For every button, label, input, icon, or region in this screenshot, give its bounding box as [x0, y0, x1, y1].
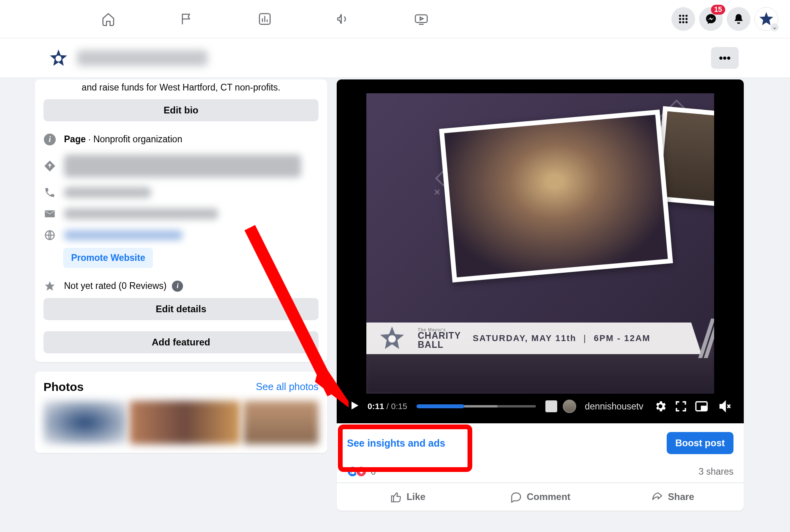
see-insights-link[interactable]: See insights and ads — [347, 438, 445, 449]
reaction-icons[interactable] — [347, 466, 367, 477]
video-icon — [414, 12, 428, 26]
boost-post-button[interactable]: Boost post — [667, 432, 733, 454]
svg-point-6 — [682, 18, 684, 20]
messenger-badge: 15 — [711, 5, 725, 15]
edit-details-button[interactable]: Edit details — [43, 298, 319, 320]
svg-point-9 — [682, 21, 684, 23]
see-all-photos-link[interactable]: See all photos — [256, 381, 319, 392]
notifications-button[interactable] — [727, 7, 750, 31]
info-icon: i — [43, 133, 56, 146]
photo-thumbnail[interactable] — [43, 401, 126, 444]
page-more-button[interactable]: ••• — [711, 47, 739, 69]
svg-point-13 — [55, 55, 61, 61]
video-tab[interactable] — [408, 6, 435, 32]
video-player[interactable]: ✕ — [337, 79, 744, 423]
email-redacted — [64, 208, 218, 219]
page-logo[interactable] — [47, 47, 69, 69]
phone-icon — [43, 186, 56, 199]
address-redacted — [64, 155, 301, 177]
thumbs-up-icon — [390, 491, 402, 503]
email-icon — [43, 208, 56, 220]
photo-thumbnail[interactable] — [243, 401, 319, 444]
watermark-avatar — [563, 400, 576, 413]
home-icon — [101, 12, 115, 26]
chart-icon — [258, 12, 272, 26]
expand-icon — [674, 400, 688, 413]
promote-website-button[interactable]: Promote Website — [63, 248, 153, 268]
flag-tab[interactable] — [173, 6, 200, 32]
video-controls: 0:11 / 0:15 dennishousetv — [337, 400, 744, 413]
page-header-bar: ••• — [0, 38, 790, 78]
share-icon — [651, 491, 663, 503]
gear-icon — [654, 400, 667, 413]
volume-mute-icon — [718, 400, 732, 413]
watermark-logo — [545, 400, 557, 412]
apps-menu-button[interactable] — [671, 7, 695, 31]
video-banner: The Mayor's CHARITY BALL SATURDAY, MAY 1… — [366, 323, 714, 354]
svg-point-17 — [388, 335, 396, 343]
video-time: 0:11 / 0:15 — [368, 402, 407, 411]
intro-card: and raise funds for West Hartford, CT no… — [35, 79, 327, 362]
play-icon — [349, 400, 360, 411]
top-nav-right: 15 ⌄ — [671, 7, 778, 31]
svg-point-2 — [679, 15, 681, 17]
svg-marker-15 — [45, 281, 55, 291]
svg-point-8 — [679, 21, 681, 23]
photo-thumbnail[interactable] — [130, 401, 240, 444]
play-button[interactable] — [349, 400, 360, 413]
watermark-text: dennishousetv — [585, 401, 643, 412]
bell-icon — [733, 13, 745, 25]
chevron-down-icon: ⌄ — [771, 23, 779, 31]
rating-info-icon[interactable]: i — [172, 281, 183, 292]
svg-point-10 — [685, 21, 687, 23]
flag-icon — [179, 12, 194, 26]
website-redacted — [64, 230, 183, 240]
messenger-icon — [705, 13, 717, 25]
photos-title: Photos — [43, 380, 84, 394]
add-featured-button[interactable]: Add featured — [43, 331, 319, 353]
svg-rect-1 — [415, 15, 427, 23]
mute-button[interactable] — [718, 400, 732, 413]
video-settings-button[interactable] — [654, 400, 667, 413]
home-tab[interactable] — [95, 6, 122, 32]
phone-redacted — [64, 187, 151, 198]
pip-button[interactable] — [695, 400, 708, 413]
svg-point-3 — [682, 15, 684, 17]
star-icon — [43, 280, 56, 292]
share-button[interactable]: Share — [607, 485, 739, 508]
page-title-redacted — [77, 50, 207, 66]
top-navigation: 15 ⌄ — [0, 0, 790, 38]
bio-text: and raise funds for West Hartford, CT no… — [43, 82, 319, 94]
top-nav-tabs — [95, 6, 435, 32]
svg-point-4 — [685, 15, 687, 17]
svg-marker-11 — [760, 12, 773, 25]
shares-count[interactable]: 3 shares — [699, 466, 733, 477]
reaction-count[interactable]: 6 — [371, 466, 376, 477]
messenger-button[interactable]: 15 — [699, 7, 723, 31]
video-progress-bar[interactable] — [417, 405, 535, 407]
page-type-text: Page · Nonprofit organization — [64, 134, 182, 145]
love-reaction-icon — [356, 466, 367, 477]
star-logo-icon — [48, 48, 69, 68]
like-button[interactable]: Like — [341, 485, 474, 508]
svg-point-7 — [685, 18, 687, 20]
svg-rect-20 — [701, 406, 706, 410]
photos-card: Photos See all photos — [35, 372, 327, 453]
star-logo-icon — [378, 324, 406, 353]
comment-icon — [510, 491, 522, 503]
globe-icon — [43, 229, 56, 241]
fullscreen-button[interactable] — [674, 400, 688, 413]
video-post-card: ✕ — [337, 79, 744, 511]
pip-icon — [695, 400, 708, 413]
megaphone-tab[interactable] — [330, 6, 356, 32]
account-avatar[interactable]: ⌄ — [754, 7, 778, 31]
svg-marker-18 — [352, 402, 359, 409]
edit-bio-button[interactable]: Edit bio — [43, 99, 319, 121]
grid-icon — [678, 13, 689, 25]
rating-text: Not yet rated (0 Reviews) — [64, 281, 166, 291]
svg-point-5 — [679, 18, 681, 20]
comment-button[interactable]: Comment — [474, 485, 606, 508]
analytics-tab[interactable] — [251, 6, 278, 32]
directions-icon — [43, 160, 56, 172]
megaphone-icon — [336, 12, 350, 26]
